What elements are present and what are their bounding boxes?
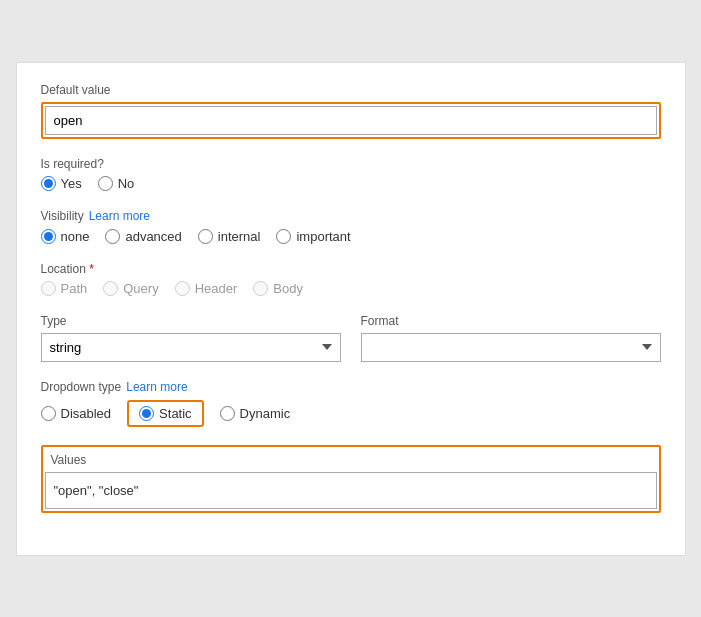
dropdown-static-option[interactable]: Static [127, 400, 204, 427]
required-yes-option[interactable]: Yes [41, 176, 82, 191]
visibility-learn-more-link[interactable]: Learn more [89, 209, 150, 223]
location-path-radio[interactable] [41, 281, 56, 296]
visibility-internal-radio[interactable] [198, 229, 213, 244]
type-column: Type string integer boolean number array… [41, 314, 341, 362]
dropdown-type-learn-more-link[interactable]: Learn more [126, 380, 187, 394]
dropdown-dynamic-label: Dynamic [240, 406, 291, 421]
location-header-radio[interactable] [175, 281, 190, 296]
visibility-internal-label: internal [218, 229, 261, 244]
visibility-important-option[interactable]: important [276, 229, 350, 244]
required-yes-label: Yes [61, 176, 82, 191]
default-value-highlight-box [41, 102, 661, 139]
dropdown-disabled-option[interactable]: Disabled [41, 406, 112, 421]
location-label: Location [41, 262, 661, 276]
visibility-internal-option[interactable]: internal [198, 229, 261, 244]
visibility-advanced-radio[interactable] [105, 229, 120, 244]
visibility-none-option[interactable]: none [41, 229, 90, 244]
type-format-section: Type string integer boolean number array… [41, 314, 661, 362]
default-value-section: Default value [41, 83, 661, 139]
location-header-label: Header [195, 281, 238, 296]
values-highlight-box: Values [41, 445, 661, 513]
required-no-option[interactable]: No [98, 176, 135, 191]
visibility-advanced-option[interactable]: advanced [105, 229, 181, 244]
format-label: Format [361, 314, 661, 328]
location-query-radio[interactable] [103, 281, 118, 296]
dropdown-type-section: Dropdown type Learn more Disabled Static… [41, 380, 661, 427]
dropdown-static-radio[interactable] [139, 406, 154, 421]
type-label: Type [41, 314, 341, 328]
visibility-important-label: important [296, 229, 350, 244]
dropdown-type-radio-group: Disabled Static Dynamic [41, 400, 661, 427]
type-select[interactable]: string integer boolean number array obje… [41, 333, 341, 362]
location-body-radio[interactable] [253, 281, 268, 296]
visibility-radio-group: none advanced internal important [41, 229, 661, 244]
location-path-option[interactable]: Path [41, 281, 88, 296]
default-value-label: Default value [41, 83, 661, 97]
dropdown-dynamic-option[interactable]: Dynamic [220, 406, 291, 421]
location-section: Location Path Query Header Body [41, 262, 661, 296]
visibility-label: Visibility [41, 209, 84, 223]
default-value-input[interactable] [45, 106, 657, 135]
visibility-important-radio[interactable] [276, 229, 291, 244]
is-required-label: Is required? [41, 157, 661, 171]
visibility-section: Visibility Learn more none advanced inte… [41, 209, 661, 244]
required-no-radio[interactable] [98, 176, 113, 191]
location-radio-group: Path Query Header Body [41, 281, 661, 296]
location-body-option[interactable]: Body [253, 281, 303, 296]
dropdown-static-label: Static [159, 406, 192, 421]
dropdown-type-label: Dropdown type [41, 380, 122, 394]
main-panel: Default value Is required? Yes No Visibi… [16, 62, 686, 556]
location-header-option[interactable]: Header [175, 281, 238, 296]
visibility-label-row: Visibility Learn more [41, 209, 661, 223]
values-label: Values [45, 449, 657, 467]
dropdown-disabled-label: Disabled [61, 406, 112, 421]
location-path-label: Path [61, 281, 88, 296]
is-required-radio-group: Yes No [41, 176, 661, 191]
required-yes-radio[interactable] [41, 176, 56, 191]
location-query-label: Query [123, 281, 158, 296]
location-body-label: Body [273, 281, 303, 296]
format-select[interactable]: date date-time password byte binary [361, 333, 661, 362]
is-required-section: Is required? Yes No [41, 157, 661, 191]
visibility-advanced-label: advanced [125, 229, 181, 244]
values-section: Values [41, 445, 661, 513]
location-query-option[interactable]: Query [103, 281, 158, 296]
dropdown-type-label-row: Dropdown type Learn more [41, 380, 661, 394]
dropdown-disabled-radio[interactable] [41, 406, 56, 421]
values-input[interactable] [45, 472, 657, 509]
required-no-label: No [118, 176, 135, 191]
visibility-none-label: none [61, 229, 90, 244]
visibility-none-radio[interactable] [41, 229, 56, 244]
dropdown-dynamic-radio[interactable] [220, 406, 235, 421]
format-column: Format date date-time password byte bina… [361, 314, 661, 362]
